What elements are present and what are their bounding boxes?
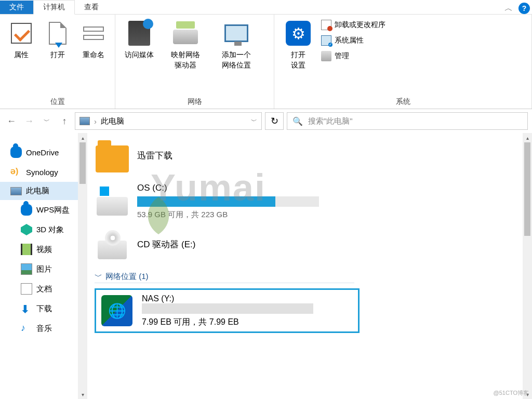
content-pane: 迅雷下载 OS (C:) 53.9 GB 可用，共 223 GB CD 驱动器 … xyxy=(87,133,532,399)
credit-text: @51CTO博客 xyxy=(494,389,529,397)
search-icon: 🔍 xyxy=(292,116,303,126)
group-location-label: 位置 xyxy=(5,95,110,108)
map-drive-button[interactable]: 映射网络 驱动器 xyxy=(162,17,209,70)
scroll-thumb[interactable] xyxy=(79,142,86,184)
pc-icon xyxy=(79,117,90,125)
refresh-button[interactable]: ↻ xyxy=(265,112,284,130)
synology-icon: ə) xyxy=(10,166,22,178)
cd-drive-icon xyxy=(98,241,127,259)
collapse-icon: ﹀ xyxy=(95,272,102,282)
manage-button[interactable]: 管理 xyxy=(321,51,385,61)
address-dropdown-icon[interactable]: ﹀ xyxy=(251,117,257,126)
folder-xunlei[interactable]: 迅雷下载 xyxy=(95,139,525,175)
uninstall-programs-button[interactable]: 卸载或更改程序 xyxy=(321,20,385,30)
scroll-up-icon[interactable]: ▴ xyxy=(523,133,532,142)
ribbon-tabs: 文件 计算机 查看 ︿ ? xyxy=(0,0,532,15)
tree-wps[interactable]: WPS网盘 xyxy=(0,200,87,220)
gear-icon: ⚙ xyxy=(286,21,311,46)
group-network-label: 网络 xyxy=(121,95,269,108)
nav-back-button[interactable]: ← xyxy=(4,114,19,128)
tree-3d[interactable]: 3D 对象 xyxy=(0,220,87,240)
3d-objects-icon xyxy=(21,224,32,235)
help-icon[interactable]: ? xyxy=(518,3,530,14)
address-bar[interactable]: › 此电脑 ﹀ xyxy=(75,112,262,130)
media-server-icon xyxy=(128,21,150,46)
open-icon xyxy=(49,22,66,45)
wps-cloud-icon xyxy=(21,204,32,216)
nav-up-button[interactable]: ↑ xyxy=(57,114,72,128)
tab-file[interactable]: 文件 xyxy=(0,1,33,14)
rename-icon xyxy=(83,26,104,40)
open-settings-button[interactable]: ⚙ 打开 设置 xyxy=(280,17,317,70)
drive-os-c[interactable]: OS (C:) 53.9 GB 可用，共 223 GB xyxy=(95,183,525,220)
onedrive-icon xyxy=(10,147,22,158)
downloads-icon: ⬇ xyxy=(21,303,32,314)
sys-props-icon: ✓ xyxy=(321,35,331,46)
search-input[interactable]: 🔍 搜索"此电脑" xyxy=(287,112,528,130)
drive-nas-y[interactable]: 🌐 NAS (Y:) 7.99 EB 可用，共 7.99 EB xyxy=(95,288,360,333)
pictures-icon xyxy=(21,263,32,275)
tree-synology[interactable]: ə)Synology xyxy=(0,162,87,182)
scroll-up-icon[interactable]: ▴ xyxy=(78,133,87,142)
drive-icon xyxy=(97,197,128,216)
manage-icon xyxy=(321,51,331,61)
system-properties-button[interactable]: ✓ 系统属性 xyxy=(321,35,385,46)
tree-thispc[interactable]: 此电脑 xyxy=(0,182,87,200)
nas-icon: 🌐 xyxy=(101,295,132,326)
monitor-icon xyxy=(224,24,248,42)
folder-icon xyxy=(96,145,129,172)
tree-downloads[interactable]: ⬇下载 xyxy=(0,299,87,318)
tree-docs[interactable]: 文档 xyxy=(0,279,87,299)
ribbon: 属性 打开 重命名 位置 访问媒体 映射网络 驱动器 xyxy=(0,15,532,109)
properties-icon xyxy=(11,23,32,44)
nav-recent-dropdown[interactable]: ﹀ xyxy=(39,114,54,128)
tree-pictures[interactable]: 图片 xyxy=(0,259,87,279)
video-icon xyxy=(21,244,32,255)
tab-computer[interactable]: 计算机 xyxy=(33,0,75,15)
add-netloc-button[interactable]: 添加一个 网络位置 xyxy=(213,17,260,70)
network-drive-icon xyxy=(173,30,198,44)
navigation-tree: OneDrive ə)Synology 此电脑 WPS网盘 3D 对象 视频 图… xyxy=(0,133,87,399)
scroll-down-icon[interactable]: ▾ xyxy=(78,390,87,399)
usage-bar xyxy=(142,303,313,314)
search-placeholder: 搜索"此电脑" xyxy=(308,116,353,126)
scroll-thumb[interactable] xyxy=(524,142,530,236)
access-media-button[interactable]: 访问媒体 xyxy=(121,17,158,60)
tree-onedrive[interactable]: OneDrive xyxy=(0,142,87,162)
collapse-ribbon-icon[interactable]: ︿ xyxy=(503,3,514,14)
crumb-separator-icon: › xyxy=(94,117,97,126)
properties-button[interactable]: 属性 xyxy=(5,17,37,60)
breadcrumb[interactable]: 此电脑 xyxy=(101,116,124,126)
tree-video[interactable]: 视频 xyxy=(0,240,87,259)
music-icon: ♪ xyxy=(21,323,32,334)
open-button[interactable]: 打开 xyxy=(42,17,74,60)
group-system-label: 系统 xyxy=(280,95,526,108)
usage-bar xyxy=(137,196,319,207)
nav-bar: ← → ﹀ ↑ › 此电脑 ﹀ ↻ 🔍 搜索"此电脑" xyxy=(0,109,532,133)
documents-icon xyxy=(21,283,32,295)
tree-scrollbar[interactable]: ▴ ▾ xyxy=(78,133,87,399)
tree-music[interactable]: ♪音乐 xyxy=(0,318,87,338)
netloc-group-header[interactable]: ﹀ 网络位置 (1) xyxy=(95,272,354,283)
rename-button[interactable]: 重命名 xyxy=(77,17,110,60)
uninstall-icon xyxy=(321,20,331,30)
drive-cd-e[interactable]: CD 驱动器 (E:) xyxy=(95,228,525,263)
pc-icon xyxy=(10,187,22,195)
content-scrollbar[interactable]: ▴ ▾ xyxy=(523,133,532,399)
nav-forward-button[interactable]: → xyxy=(22,114,36,128)
tab-view[interactable]: 查看 xyxy=(75,1,108,14)
